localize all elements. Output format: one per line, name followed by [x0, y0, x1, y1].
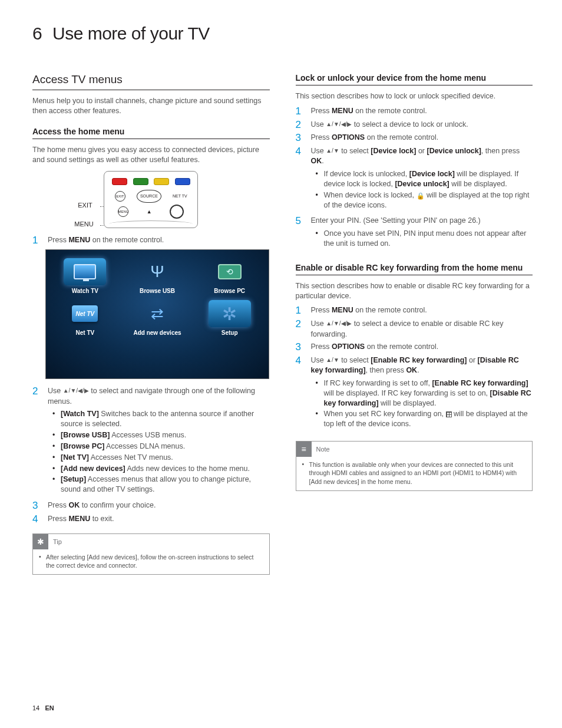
lock-step-1: 1Press MENU on the remote control. [296, 106, 533, 117]
sub-access-home-menu: Access the home menu [32, 127, 270, 139]
gear-icon: ✲ [222, 304, 237, 324]
chapter-number: 6 [32, 24, 52, 44]
opt-net-tv: [Net TV] Accesses Net TV menus. [61, 453, 270, 463]
nettv-icon: Net TV [72, 305, 98, 322]
section-access-tv-menus: Access TV menus [32, 73, 270, 90]
opt-watch-tv: [Watch TV] Switches back to the antenna … [61, 409, 270, 429]
step-3: 3 Press OK to confirm your choice. [32, 500, 270, 512]
right-column: Lock or unlock your device from the home… [296, 73, 533, 575]
callout-menu: MENU [74, 220, 93, 228]
tip-icon: ✱ [33, 534, 48, 549]
step-2: 2 Use ▲/▼/◀/▶ to select and navigate thr… [32, 386, 270, 498]
remote-yellow-button [154, 178, 169, 185]
lock-step-4: 4 Use ▲/▼ to select [Device lock] or [De… [296, 146, 533, 214]
note-text: This function is available only when you… [296, 457, 533, 490]
left-column: Access TV menus Menus help you to instal… [32, 73, 270, 575]
page-lang: EN [45, 704, 54, 711]
menu-add-devices: Add new devices [129, 300, 186, 336]
chapter-title: 6Use more of your TV [32, 24, 533, 44]
page-footer: 14 EN [32, 704, 54, 711]
remote-diagram: EXIT MENU EXIT SOURCE NET TV MENU ▲ [32, 171, 270, 228]
note-box: ≡ Note This function is available only w… [296, 441, 533, 491]
opt-browse-usb: [Browse USB] Accesses USB menus. [61, 430, 270, 440]
tip-text: After selecting [Add new devices], follo… [33, 549, 269, 574]
opt-add-devices: [Add new devices] Adds new devices to th… [61, 464, 270, 474]
menu-setup: ✲Setup [201, 300, 258, 336]
step-4: 4 Press MENU to exit. [32, 514, 270, 525]
home-menu-screenshot: Watch TV ΨBrowse USB Browse PC Net TVNet… [45, 249, 269, 379]
remote-nettv-label: NET TV [173, 194, 187, 198]
add-devices-icon [151, 305, 164, 323]
rc-step-1: 1Press MENU on the remote control. [296, 305, 533, 317]
rc-step-4: 4 Use ▲/▼ to select [Enable RC key forwa… [296, 355, 533, 433]
menu-watch-tv: Watch TV [57, 258, 114, 294]
menu-browse-pc: Browse PC [201, 258, 258, 294]
remote-blue-button [175, 178, 190, 185]
pc-icon [218, 264, 242, 279]
rc-step-4b1: If RC key forwarding is set to off, [Ena… [324, 378, 533, 409]
tip-box: ✱ Tip After selecting [Add new devices],… [32, 533, 270, 575]
step-1: 1 Press MENU on the remote control. [32, 235, 270, 246]
sub-lock-unlock: Lock or unlock your device from the home… [296, 73, 533, 85]
sub-rc-forwarding: Enable or disable RC key forwarding from… [296, 263, 533, 275]
rc-step-4b2: When you set RC key forwarding on, will … [324, 409, 533, 429]
lock-step-4b1: If device lock is unlocked, [Device lock… [324, 169, 533, 189]
home-menu-intro: The home menu gives you easy access to c… [32, 145, 270, 165]
lock-intro: This section describes how to lock or un… [296, 91, 533, 101]
menu-net-tv: Net TVNet TV [57, 300, 114, 336]
callout-exit: EXIT [78, 202, 92, 209]
tv-icon [74, 264, 96, 279]
remote-green-button [133, 178, 148, 185]
lock-icon: 🔒 [416, 192, 425, 199]
remote-red-button [112, 178, 127, 185]
opt-browse-pc: [Browse PC] Accesses DLNA menus. [61, 442, 270, 452]
note-icon: ≡ [296, 442, 312, 457]
lock-step-5b1: Once you have set PIN, PIN input menu do… [324, 229, 533, 249]
lock-step-2: 2Use ▲/▼/◀/▶ to select a device to lock … [296, 120, 533, 131]
remote-exit-button: EXIT [115, 191, 125, 202]
page-number: 14 [32, 704, 39, 711]
usb-icon: Ψ [150, 262, 164, 281]
intro-text: Menus help you to install channels, chan… [32, 96, 270, 116]
lock-step-5: 5Enter your PIN. (See 'Setting your PIN'… [296, 216, 533, 252]
rc-intro: This section describes how to enable or … [296, 281, 533, 301]
lock-step-4b2: When device lock is locked, 🔒 will be di… [324, 190, 533, 210]
remote-ok-ring [170, 205, 184, 219]
opt-setup: [Setup] Accesses menus that allow you to… [61, 475, 270, 495]
rc-step-3: 3Press OPTIONS on the remote control. [296, 342, 533, 353]
remote-source-button: SOURCE [137, 190, 161, 203]
rc-forwarding-icon [446, 411, 452, 417]
menu-browse-usb: ΨBrowse USB [129, 258, 186, 294]
lock-step-3: 3Press OPTIONS on the remote control. [296, 133, 533, 144]
remote-menu-button: MENU [118, 206, 128, 217]
rc-step-2: 2Use ▲/▼/◀/▶ to select a device to enabl… [296, 319, 533, 340]
